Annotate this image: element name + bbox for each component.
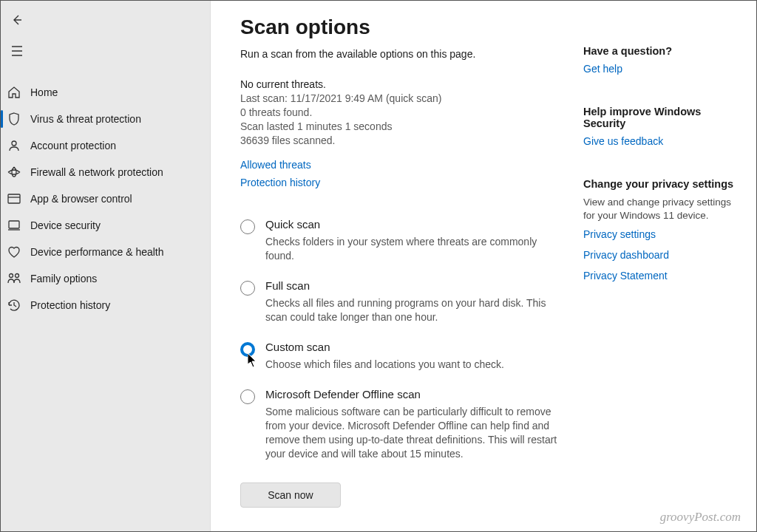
privacy-statement-link[interactable]: Privacy Statement — [583, 270, 739, 282]
svg-point-0 — [12, 141, 16, 146]
svg-rect-1 — [8, 194, 20, 203]
nav-list: Home Virus & threat protection Account p… — [1, 79, 210, 318]
privacy-title: Change your privacy settings — [583, 178, 739, 190]
privacy-desc: View and change privacy settings for you… — [583, 196, 739, 222]
have-question-section: Have a question? Get help — [583, 45, 739, 79]
radio-icon — [240, 389, 255, 404]
scan-options: Quick scan Checks folders in your system… — [240, 218, 566, 460]
sidebar-item-firewall[interactable]: Firewall & network protection — [1, 159, 210, 185]
option-quick-scan[interactable]: Quick scan Checks folders in your system… — [240, 218, 566, 263]
home-icon — [7, 85, 21, 100]
option-title: Full scan — [265, 279, 566, 292]
radio-icon — [240, 342, 255, 357]
status-duration: Scan lasted 1 minutes 1 seconds — [240, 120, 566, 134]
option-offline-scan[interactable]: Microsoft Defender Offline scan Some mal… — [240, 388, 566, 461]
nav-label: Protection history — [30, 299, 110, 311]
page-title: Scan options — [240, 16, 566, 39]
allowed-threats-link[interactable]: Allowed threats — [240, 159, 566, 171]
nav-label: Firewall & network protection — [30, 166, 163, 178]
hamburger-icon — [11, 46, 23, 56]
option-desc: Checks folders in your system where thre… — [265, 235, 566, 263]
privacy-section: Change your privacy settings View and ch… — [583, 178, 739, 286]
privacy-dashboard-link[interactable]: Privacy dashboard — [583, 249, 739, 261]
heart-icon — [7, 245, 21, 259]
feedback-link[interactable]: Give us feedback — [583, 135, 663, 147]
content-column: Scan options Run a scan from the availab… — [240, 16, 566, 521]
status-no-threats: No current threats. — [240, 78, 566, 92]
back-arrow-icon — [11, 14, 23, 26]
sidebar-item-device-security[interactable]: Device security — [1, 212, 210, 239]
option-desc: Choose which files and locations you wan… — [265, 358, 504, 372]
sidebar-item-home[interactable]: Home — [1, 79, 210, 106]
device-icon — [7, 218, 21, 233]
sidebar-item-history[interactable]: Protection history — [1, 292, 210, 318]
nav-label: Account protection — [30, 140, 116, 151]
option-custom-scan[interactable]: Custom scan Choose which files and locat… — [240, 341, 566, 372]
svg-point-3 — [10, 274, 13, 278]
status-block: No current threats. Last scan: 11/17/202… — [240, 78, 566, 147]
privacy-settings-link[interactable]: Privacy settings — [583, 228, 739, 240]
option-title: Quick scan — [265, 218, 566, 231]
menu-button[interactable] — [4, 38, 30, 64]
firewall-icon — [7, 165, 21, 180]
history-icon — [7, 298, 21, 313]
have-question-title: Have a question? — [583, 45, 739, 57]
scan-now-button[interactable]: Scan now — [240, 482, 341, 508]
app-browser-icon — [7, 191, 21, 206]
sidebar-item-app-browser[interactable]: App & browser control — [1, 185, 210, 212]
family-icon — [7, 271, 21, 286]
radio-icon — [240, 281, 255, 296]
nav-label: Home — [30, 86, 58, 98]
back-button[interactable] — [4, 7, 30, 33]
nav-label: Virus & threat protection — [30, 113, 141, 125]
status-last-scan: Last scan: 11/17/2021 9:49 AM (quick sca… — [240, 92, 566, 106]
improve-section: Help improve Windows Security Give us fe… — [583, 106, 739, 151]
status-files: 36639 files scanned. — [240, 134, 566, 148]
status-threats-found: 0 threats found. — [240, 106, 566, 120]
option-desc: Checks all files and running programs on… — [265, 296, 566, 324]
get-help-link[interactable]: Get help — [583, 63, 622, 75]
right-column: Have a question? Get help Help improve W… — [583, 16, 739, 521]
sidebar: Home Virus & threat protection Account p… — [1, 1, 211, 531]
sidebar-item-family[interactable]: Family options — [1, 265, 210, 292]
svg-point-4 — [16, 274, 19, 278]
svg-rect-2 — [9, 221, 19, 228]
nav-label: App & browser control — [30, 193, 132, 205]
radio-icon — [240, 219, 255, 234]
page-subtitle: Run a scan from the available options on… — [240, 48, 566, 60]
nav-label: Device security — [30, 219, 101, 231]
sidebar-item-virus[interactable]: Virus & threat protection — [1, 106, 210, 132]
shield-icon — [7, 112, 21, 126]
protection-history-link[interactable]: Protection history — [240, 177, 566, 188]
nav-label: Family options — [30, 273, 97, 284]
option-desc: Some malicious software can be particula… — [265, 405, 566, 461]
nav-label: Device performance & health — [30, 246, 164, 258]
option-title: Custom scan — [265, 341, 504, 353]
main-area: Scan options Run a scan from the availab… — [211, 1, 756, 531]
option-full-scan[interactable]: Full scan Checks all files and running p… — [240, 279, 566, 324]
option-title: Microsoft Defender Offline scan — [265, 388, 566, 400]
sidebar-item-performance[interactable]: Device performance & health — [1, 239, 210, 265]
improve-title: Help improve Windows Security — [583, 106, 739, 129]
sidebar-item-account[interactable]: Account protection — [1, 132, 210, 159]
account-icon — [7, 138, 21, 153]
